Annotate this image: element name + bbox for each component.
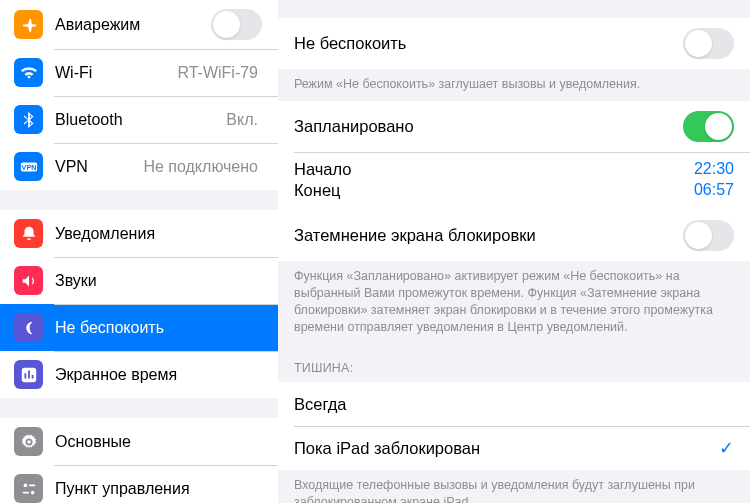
sidebar-item-value: RT-WiFi-79	[177, 64, 258, 82]
sidebar-item-bell[interactable]: Уведомления	[0, 210, 278, 257]
sidebar-item-label: VPN	[55, 158, 143, 176]
svg-rect-6	[22, 491, 28, 493]
svg-text:VPN: VPN	[21, 163, 36, 172]
gear-icon	[14, 427, 43, 456]
dnd-label: Не беспокоить	[294, 34, 683, 53]
scheduled-row: Запланировано	[278, 101, 750, 152]
sidebar-item-dnd[interactable]: Не беспокоить	[0, 304, 278, 351]
end-value: 06:57	[694, 181, 734, 199]
toggle[interactable]	[211, 9, 262, 40]
control-icon	[14, 474, 43, 503]
sidebar-item-control[interactable]: Пункт управления	[0, 465, 278, 503]
end-label: Конец	[294, 181, 694, 200]
svg-point-3	[23, 483, 27, 487]
dnd-toggle[interactable]	[683, 28, 734, 59]
scheduled-label: Запланировано	[294, 117, 683, 136]
sidebar-item-label: Уведомления	[55, 225, 262, 243]
vpn-icon: VPN	[14, 152, 43, 181]
silence-always-label: Всегда	[294, 395, 734, 414]
dim-footnote: Функция «Запланировано» активирует режим…	[278, 261, 750, 344]
checkmark-icon: ✓	[719, 437, 734, 459]
sidebar-item-gear[interactable]: Основные	[0, 418, 278, 465]
start-label: Начало	[294, 160, 694, 179]
detail-pane: Не беспокоить Режим «Не беспокоить» загл…	[278, 0, 750, 503]
svg-point-5	[30, 490, 34, 494]
dim-label: Затемнение экрана блокировки	[294, 226, 683, 245]
start-value: 22:30	[694, 160, 734, 178]
sidebar-item-value: Не подключено	[143, 158, 258, 176]
silence-locked-label: Пока iPad заблокирован	[294, 439, 719, 458]
wifi-icon	[14, 58, 43, 87]
bell-icon	[14, 219, 43, 248]
dnd-row: Не беспокоить	[278, 18, 750, 69]
dnd-icon	[14, 313, 43, 342]
sidebar-item-label: Авиарежим	[55, 16, 211, 34]
sidebar-item-label: Звуки	[55, 272, 262, 290]
airplane-icon	[14, 10, 43, 39]
sidebar-item-screentime[interactable]: Экранное время	[0, 351, 278, 398]
bluetooth-icon	[14, 105, 43, 134]
sidebar-item-bluetooth[interactable]: BluetoothВкл.	[0, 96, 278, 143]
dim-row: Затемнение экрана блокировки	[278, 210, 750, 261]
silence-always-row[interactable]: Всегда	[278, 382, 750, 426]
screentime-icon	[14, 360, 43, 389]
sound-icon	[14, 266, 43, 295]
sidebar-item-label: Основные	[55, 433, 262, 451]
sidebar-item-airplane[interactable]: Авиарежим	[0, 0, 278, 49]
sidebar-item-label: Пункт управления	[55, 480, 262, 498]
sidebar-item-value: Вкл.	[226, 111, 258, 129]
sidebar-item-label: Bluetooth	[55, 111, 226, 129]
dnd-footnote: Режим «Не беспокоить» заглушает вызовы и…	[278, 69, 750, 101]
sidebar-item-wifi[interactable]: Wi-FiRT-WiFi-79	[0, 49, 278, 96]
silence-header: ТИШИНА:	[278, 343, 750, 382]
silence-footnote: Входящие телефонные вызовы и уведомления…	[278, 470, 750, 503]
sidebar-item-vpn[interactable]: VPNVPNНе подключено	[0, 143, 278, 190]
settings-sidebar: АвиарежимWi-FiRT-WiFi-79BluetoothВкл.VPN…	[0, 0, 278, 503]
sidebar-item-label: Экранное время	[55, 366, 262, 384]
dim-toggle[interactable]	[683, 220, 734, 251]
svg-rect-4	[29, 484, 35, 486]
sidebar-item-sound[interactable]: Звуки	[0, 257, 278, 304]
sidebar-item-label: Wi-Fi	[55, 64, 177, 82]
scheduled-toggle[interactable]	[683, 111, 734, 142]
sidebar-item-label: Не беспокоить	[55, 319, 262, 337]
silence-locked-row[interactable]: Пока iPad заблокирован ✓	[278, 426, 750, 470]
schedule-times-row[interactable]: Начало 22:30 Конец 06:57	[278, 152, 750, 210]
